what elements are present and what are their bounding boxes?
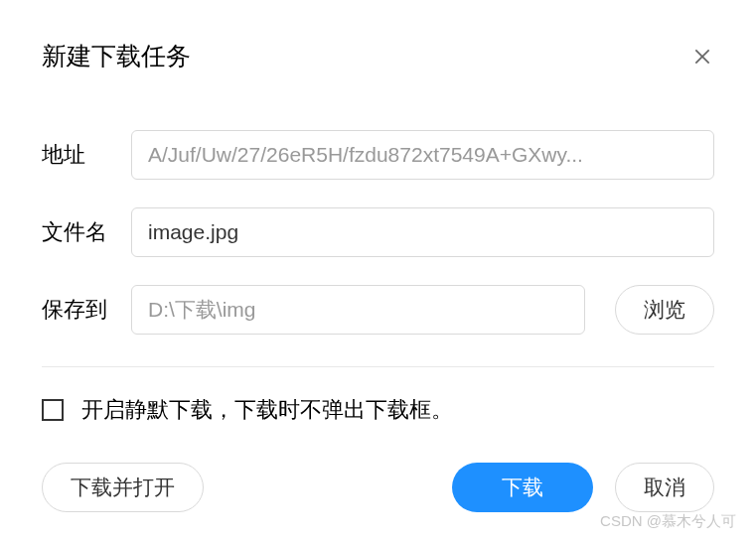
url-label: 地址 [42,140,113,170]
browse-button[interactable]: 浏览 [615,285,714,335]
cancel-button[interactable]: 取消 [615,463,714,512]
filename-label: 文件名 [42,217,113,247]
silent-download-checkbox[interactable] [42,399,64,421]
download-button[interactable]: 下载 [452,463,593,512]
dialog-title: 新建下载任务 [42,40,191,72]
silent-download-label: 开启静默下载，下载时不弹出下载框。 [81,395,453,425]
url-row: 地址 A/Juf/Uw/27/26eR5H/fzdu872xt7549A+GXw… [42,130,714,180]
savepath-row: 保存到 D:\下载\img 浏览 [42,285,714,335]
dialog-header: 新建下载任务 [42,40,714,72]
savepath-label: 保存到 [42,295,113,325]
button-row: 下载并打开 下载 取消 [42,463,714,512]
savepath-input[interactable]: D:\下载\img [131,285,585,335]
filename-row: 文件名 [42,207,714,257]
close-button[interactable] [690,45,714,68]
filename-input[interactable] [131,207,714,257]
url-input[interactable]: A/Juf/Uw/27/26eR5H/fzdu872xt7549A+GXwy..… [131,130,714,180]
download-dialog: 新建下载任务 地址 A/Juf/Uw/27/26eR5H/fzdu872xt75… [0,0,756,543]
silent-download-row: 开启静默下载，下载时不弹出下载框。 [42,395,714,425]
divider [42,366,714,367]
close-icon [692,47,712,67]
download-open-button[interactable]: 下载并打开 [42,463,204,512]
